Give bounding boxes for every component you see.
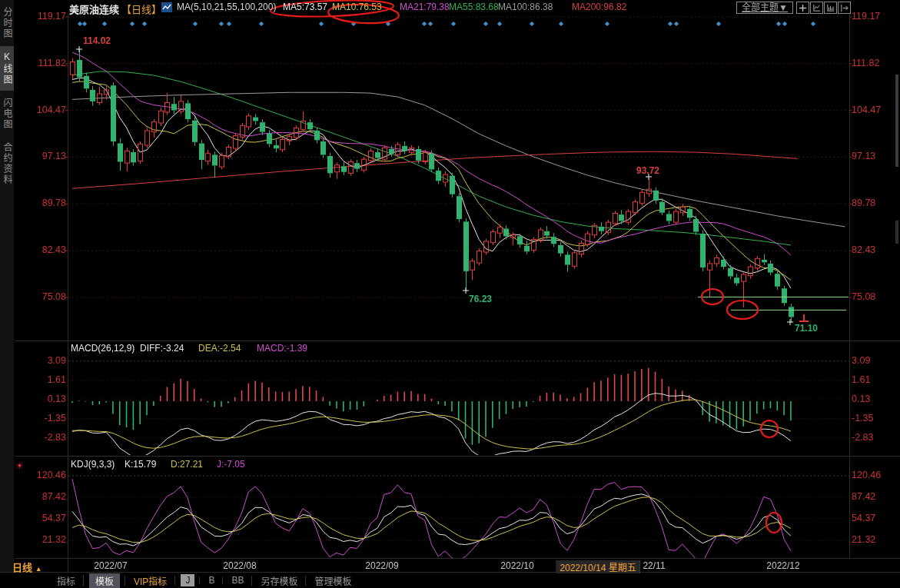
- ma5-value: MA5:73.57: [283, 2, 327, 12]
- tab-manage-templates[interactable]: 管理模板: [311, 574, 354, 587]
- tab-bb[interactable]: BB: [228, 575, 247, 586]
- sidebar-item-kline-chart[interactable]: K线图: [0, 46, 14, 91]
- bottom-toolbar: 指标 模板 VIP指标 J B BB 另存模板 管理模板: [54, 573, 354, 587]
- kdj-d-value: D:27.21: [171, 459, 203, 470]
- macd-dea-value: DEA:-2.54: [198, 343, 241, 354]
- kdj-j-value: J:-7.05: [217, 459, 245, 470]
- kline-icon: [161, 2, 172, 12]
- tab-j[interactable]: J: [181, 574, 194, 586]
- kdj-k-value: K:15.79: [125, 459, 156, 470]
- right-scrollbar[interactable]: [895, 14, 899, 558]
- scrollbar-thumb-secondary[interactable]: [895, 221, 898, 244]
- tab-templates[interactable]: 模板: [89, 573, 120, 588]
- ma10-value: MA10:76.53: [332, 2, 382, 12]
- sidebar-item-contract-info[interactable]: 合约资料: [0, 137, 14, 191]
- kdj-title: KDJ(9,3,3): [71, 459, 115, 470]
- left-sidebar: 分时图 K线图 闪电图 合约资料: [0, 0, 15, 572]
- sidebar-item-flash-chart[interactable]: 闪电图: [0, 92, 14, 135]
- tab-vip-indicators[interactable]: VIP指标: [131, 574, 170, 587]
- theme-selector-button[interactable]: 全部主题▼: [736, 2, 793, 14]
- indicator-alert-sun-icon[interactable]: ☀: [15, 460, 24, 471]
- left-axis-border: [68, 14, 68, 572]
- xaxis-divider: [14, 558, 900, 559]
- macd-title: MACD(26,12,9): [71, 343, 135, 354]
- move-panels-icon[interactable]: [796, 2, 809, 14]
- sidebar-item-time-chart[interactable]: 分时图: [0, 2, 14, 45]
- period-dropdown[interactable]: 日线 ▲: [12, 560, 42, 574]
- macd-macd-value: MACD:-1.39: [257, 343, 307, 354]
- macd-diff-value: DIFF:-3.24: [140, 343, 184, 354]
- panel-divider-macd: [14, 341, 900, 341]
- tab-b[interactable]: B: [205, 575, 218, 586]
- ma21-value: MA21:79.38: [400, 2, 450, 12]
- exit-pane-icon[interactable]: [838, 2, 851, 14]
- panel-divider-kdj: [14, 456, 900, 457]
- tab-save-template[interactable]: 另存模板: [257, 574, 301, 587]
- chart-layout-icon[interactable]: [810, 2, 823, 14]
- toolbar-divider: [0, 572, 900, 573]
- ma55-value: MA55:83.68: [449, 2, 499, 12]
- symbol-title: 美原油连续: [69, 2, 119, 16]
- scrollbar-thumb[interactable]: [895, 75, 898, 167]
- tab-indicators[interactable]: 指标: [54, 574, 78, 587]
- right-axis-border: [849, 14, 850, 558]
- kline-chart-canvas[interactable]: [0, 0, 900, 588]
- chart-bars-icon[interactable]: [824, 2, 837, 14]
- period-tag: 【日线】: [121, 2, 161, 16]
- ma200-value: MA200:96.82: [572, 2, 626, 12]
- chart-application-window: 分时图 K线图 闪电图 合约资料 美原油连续 【日线】 MA(5,10,21,5…: [0, 0, 900, 588]
- ma100-value: MA100:86.38: [498, 2, 553, 12]
- ma-group-label: MA(5,10,21,55,100,200): [177, 2, 276, 12]
